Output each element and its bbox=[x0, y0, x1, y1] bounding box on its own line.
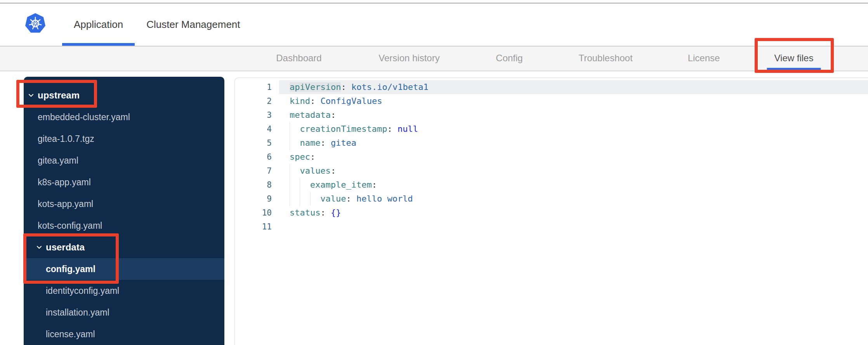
tree-item-label: identityconfig.yaml bbox=[46, 286, 119, 296]
file-gitea-yaml[interactable]: gitea.yaml bbox=[24, 150, 224, 171]
token-key: apiVersion bbox=[290, 82, 341, 92]
token-key: name bbox=[300, 138, 320, 148]
token-punct: : bbox=[372, 180, 377, 190]
code-text: example_item: bbox=[279, 178, 868, 192]
line-number: 8 bbox=[235, 178, 279, 192]
code-line-11: 11 bbox=[235, 220, 868, 234]
chevron-down-icon[interactable] bbox=[36, 244, 42, 250]
token-lit: {} bbox=[331, 208, 341, 217]
tree-item-label: kots-config.yaml bbox=[38, 221, 102, 231]
file-identityconfig-yaml[interactable]: identityconfig.yaml bbox=[24, 280, 224, 302]
line-number: 9 bbox=[235, 192, 279, 206]
tab-label: Cluster Management bbox=[146, 19, 240, 31]
file-viewer[interactable]: 1apiVersion: kots.io/v1beta12kind: Confi… bbox=[234, 78, 868, 345]
code-line-6: 6spec: bbox=[235, 150, 868, 164]
code-line-1: 1apiVersion: kots.io/v1beta1 bbox=[235, 80, 868, 94]
token-punct: : bbox=[320, 138, 331, 148]
tree-item-label: userdata bbox=[46, 242, 85, 253]
file-k8s-app-yaml[interactable]: k8s-app.yaml bbox=[24, 171, 224, 193]
token-punct: : bbox=[320, 208, 331, 217]
tab-application[interactable]: Application bbox=[62, 3, 135, 46]
subnav-item-config[interactable]: Config bbox=[488, 47, 530, 71]
indent-guide-line bbox=[290, 164, 290, 178]
app-header: ApplicationCluster Management bbox=[0, 3, 868, 47]
token-val: ConfigValues bbox=[320, 96, 382, 106]
line-number: 11 bbox=[235, 220, 279, 234]
indent-guide-line bbox=[310, 192, 311, 206]
chevron-down-icon[interactable] bbox=[28, 92, 34, 98]
kubernetes-logo-icon[interactable] bbox=[25, 12, 46, 35]
token-punct: : bbox=[387, 124, 398, 134]
file-config-yaml[interactable]: config.yaml bbox=[24, 258, 224, 280]
code-line-7: 7values: bbox=[235, 164, 868, 178]
line-number: 4 bbox=[235, 122, 279, 136]
kots-admin-console: ApplicationCluster Management DashboardV… bbox=[0, 0, 868, 345]
code-line-2: 2kind: ConfigValues bbox=[235, 94, 868, 108]
tree-item-label: gitea-1.0.7.tgz bbox=[38, 134, 94, 144]
subnav-item-view-files[interactable]: View files bbox=[767, 47, 821, 71]
code-line-10: 10status: {} bbox=[235, 206, 868, 220]
tree-item-label: embedded-cluster.yaml bbox=[38, 112, 130, 122]
token-val: kots.io/v1beta1 bbox=[351, 82, 429, 92]
tree-item-label: kots-app.yaml bbox=[38, 199, 93, 209]
subnav-item-version-history[interactable]: Version history bbox=[371, 47, 447, 71]
token-key: example_item bbox=[310, 180, 372, 190]
token-val: hello world bbox=[356, 194, 413, 204]
file-installation-yaml[interactable]: installation.yaml bbox=[24, 302, 224, 323]
code-text: value: hello world bbox=[279, 192, 868, 206]
code-text bbox=[279, 220, 868, 234]
token-lit: null bbox=[398, 124, 418, 134]
primary-tabs: ApplicationCluster Management bbox=[62, 3, 252, 46]
subnav-item-dashboard[interactable]: Dashboard bbox=[269, 47, 329, 71]
code-text: status: {} bbox=[279, 206, 868, 220]
tree-item-label: license.yaml bbox=[46, 329, 95, 340]
token-punct: : bbox=[310, 152, 315, 162]
file-license-yaml[interactable]: license.yaml bbox=[24, 323, 224, 345]
token-punct: : bbox=[331, 166, 336, 176]
tree-item-label: upstream bbox=[38, 90, 80, 101]
tree-item-label: k8s-app.yaml bbox=[38, 177, 91, 188]
tab-label: Application bbox=[74, 19, 123, 31]
indent-guide-line bbox=[290, 178, 290, 192]
code-text: creationTimestamp: null bbox=[279, 122, 868, 136]
line-number: 5 bbox=[235, 136, 279, 150]
token-key: status bbox=[290, 208, 320, 217]
token-key: kind bbox=[290, 96, 310, 106]
token-key: value bbox=[320, 194, 346, 204]
code-text: spec: bbox=[279, 150, 868, 164]
token-val: gitea bbox=[331, 138, 356, 148]
code-text: values: bbox=[279, 164, 868, 178]
token-key: creationTimestamp bbox=[300, 124, 387, 134]
tab-cluster-management[interactable]: Cluster Management bbox=[135, 3, 252, 46]
folder-userdata[interactable]: userdata bbox=[24, 236, 224, 258]
indent-guide-line bbox=[290, 136, 290, 150]
token-key: spec bbox=[290, 152, 310, 162]
app-subnav: DashboardVersion historyConfigTroublesho… bbox=[0, 47, 868, 71]
line-number: 1 bbox=[235, 80, 279, 94]
subnav-item-troubleshoot[interactable]: Troubleshoot bbox=[571, 47, 640, 71]
file-kots-config-yaml[interactable]: kots-config.yaml bbox=[24, 215, 224, 236]
line-number: 10 bbox=[235, 206, 279, 220]
token-punct: : bbox=[341, 82, 351, 92]
code-text: apiVersion: kots.io/v1beta1 bbox=[279, 80, 868, 94]
indent-guide-line bbox=[290, 122, 290, 136]
line-number: 6 bbox=[235, 150, 279, 164]
file-embedded-cluster-yaml[interactable]: embedded-cluster.yaml bbox=[24, 106, 224, 128]
indent-guide-line bbox=[290, 192, 290, 206]
file-kots-app-yaml[interactable]: kots-app.yaml bbox=[24, 193, 224, 215]
indent-guide-line bbox=[300, 178, 300, 192]
file-gitea-1-0-7-tgz[interactable]: gitea-1.0.7.tgz bbox=[24, 128, 224, 150]
code-lines: 1apiVersion: kots.io/v1beta12kind: Confi… bbox=[235, 80, 868, 234]
code-line-4: 4creationTimestamp: null bbox=[235, 122, 868, 136]
tree-item-label: gitea.yaml bbox=[38, 155, 78, 166]
folder-upstream[interactable]: upstream bbox=[24, 85, 224, 106]
token-punct: : bbox=[310, 96, 321, 106]
tree-item-label: installation.yaml bbox=[46, 307, 109, 318]
token-key: values bbox=[300, 166, 330, 176]
token-key: metadata bbox=[290, 110, 331, 120]
code-line-3: 3metadata: bbox=[235, 108, 868, 122]
code-line-9: 9value: hello world bbox=[235, 192, 868, 206]
tree-item-label: config.yaml bbox=[46, 264, 95, 274]
subnav-item-license[interactable]: License bbox=[681, 47, 727, 71]
line-number: 3 bbox=[235, 108, 279, 122]
